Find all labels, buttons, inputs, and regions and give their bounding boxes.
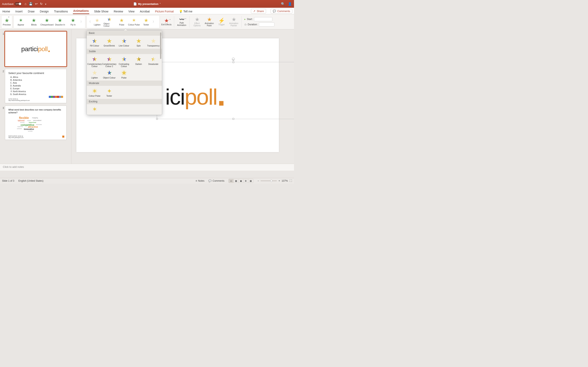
outline-view-icon[interactable]: ≣ <box>243 179 248 183</box>
effect-pulse[interactable]: ★Pulse <box>116 17 128 26</box>
slide2-footnote: VOTE NOW at:http://teammeeting.participo… <box>8 98 63 101</box>
star-icon: ★ <box>107 69 112 77</box>
zoom-in-icon[interactable]: + <box>278 179 280 182</box>
effect-grow-shrink[interactable]: ★Grow/Shrink <box>102 37 117 48</box>
account-icon[interactable]: 👤 <box>288 2 292 6</box>
gallery-prev-icon[interactable]: 〈 <box>88 20 91 24</box>
zoom-slider[interactable] <box>260 180 277 181</box>
participoll-logo-large: icipoll. <box>165 76 225 112</box>
slideshow-view-icon[interactable]: ▦ <box>248 179 253 183</box>
notes-toggle[interactable]: ≡Notes <box>196 179 204 182</box>
undo-icon[interactable]: ↩ <box>35 2 38 6</box>
effect-object-colour[interactable]: ★Object Colour <box>104 17 115 27</box>
effect-line-colour[interactable]: ★Line Colour <box>117 37 131 48</box>
slide2-title: Select your favourite continent <box>8 72 63 75</box>
title-chevron-icon[interactable]: ˅ <box>160 3 161 5</box>
notes-area[interactable]: Click to add notes <box>0 164 294 171</box>
effect-chequerboard[interactable]: ★Chequerboard <box>41 17 53 26</box>
redo-icon[interactable]: ↻ <box>40 2 43 6</box>
tab-review[interactable]: Review <box>113 8 123 14</box>
effect-dissolve-in[interactable]: ★Dissolve In <box>54 17 66 26</box>
qat-more-icon[interactable]: ▾ <box>45 3 46 5</box>
effect-colour-pulse[interactable]: ✶Colour Pulse <box>128 17 140 26</box>
selected-picture-box[interactable]: icipoll. <box>157 62 294 119</box>
tab-design[interactable]: Design <box>39 8 49 14</box>
effect-fly-in[interactable]: ★Fly In <box>67 17 79 26</box>
sorter-view-icon[interactable]: ▦ <box>233 179 238 183</box>
exit-effects-button[interactable]: ★▾ Exit Effects <box>161 18 172 26</box>
tab-animations[interactable]: Animations <box>73 8 89 14</box>
effect-colour-pulse[interactable]: ✶Colour Pulse <box>87 87 102 98</box>
effect-contrasting-colour[interactable]: ★Contrasting Colour <box>117 55 131 68</box>
document-title[interactable]: 📄 My presentation ˅ <box>133 2 161 6</box>
tab-picture-format[interactable]: Picture Format <box>155 8 174 14</box>
effect-complementary-colour-2[interactable]: ★Complementary Colour 2 <box>102 55 117 68</box>
effect-blinds[interactable]: ★Blinds <box>28 17 40 26</box>
start-input[interactable] <box>254 17 272 21</box>
home-icon[interactable]: ⌂ <box>25 2 26 6</box>
tab-view[interactable]: View <box>128 8 135 14</box>
tab-transitions[interactable]: Transitions <box>54 8 68 14</box>
effect-teeter[interactable]: ✦Teeter <box>102 87 117 98</box>
effect-lighten[interactable]: ★Lighten <box>87 69 102 80</box>
painter-star-icon: ★ <box>232 17 236 22</box>
slide-count[interactable]: Slide 1 of 3 <box>2 179 14 182</box>
star-icon: ★ <box>107 17 112 22</box>
preview-label: Preview <box>3 24 11 26</box>
effect-darken[interactable]: ★Darken <box>131 55 146 68</box>
effect-object-colour[interactable]: ★Object Colour <box>102 69 117 80</box>
slide-thumbnail-panel[interactable]: 1 participoll. 2 Select your favourite c… <box>0 29 71 164</box>
slide-thumbnail-2[interactable]: Select your favourite continent AfricaAn… <box>5 69 67 103</box>
effect-exciting-item[interactable]: ✶ <box>87 105 102 114</box>
effect-fill-colour[interactable]: ★Fill Colour <box>87 37 102 48</box>
fit-to-window-icon[interactable]: ⛶ <box>290 179 292 182</box>
duration-input[interactable] <box>259 22 274 26</box>
effect-teeter[interactable]: ★Teeter <box>140 17 152 26</box>
autosave-toggle[interactable]: AutoSave OFF <box>2 2 22 6</box>
search-icon[interactable]: 🔍 <box>281 2 285 6</box>
effect-spin[interactable]: ★Spin <box>131 37 146 48</box>
comments-toggle[interactable]: 💬Comments <box>208 179 224 182</box>
language-indicator[interactable]: English (United States) <box>18 179 43 182</box>
resize-handle-n[interactable] <box>233 61 234 63</box>
tell-me[interactable]: 💡Tell me <box>179 8 193 14</box>
effect-lighten[interactable]: ★Lighten <box>91 17 103 26</box>
path-animation-button[interactable]: 〰️▾ Path Animation <box>176 17 187 26</box>
dropdown-scrollbar[interactable] <box>160 33 161 59</box>
reading-view-icon[interactable]: ▣ <box>238 179 243 183</box>
slide-thumbnail-3[interactable]: What word best describes our new company… <box>5 106 67 140</box>
tab-acrobat[interactable]: Acrobat <box>139 8 150 14</box>
tab-insert[interactable]: Insert <box>15 8 23 14</box>
effect-transparency[interactable]: ★Transparency <box>146 37 161 48</box>
effect-complementary-colour[interactable]: ★Complementary Colour <box>87 55 102 68</box>
gallery-next-icon[interactable]: 〉 <box>153 20 155 24</box>
slide-thumbnail-1[interactable]: participoll. <box>5 31 67 67</box>
tab-slideshow[interactable]: Slide Show <box>94 8 109 14</box>
preview-button[interactable]: ★▾ Preview <box>1 15 12 28</box>
resize-handle-sw[interactable] <box>156 118 158 120</box>
zoom-percent[interactable]: 107% <box>282 179 288 182</box>
save-icon[interactable]: 💾 <box>29 2 33 6</box>
rotate-handle[interactable] <box>232 58 235 60</box>
chevron-down-icon[interactable]: ▾ <box>185 18 186 19</box>
tab-home[interactable]: Home <box>2 8 10 14</box>
emphasis-effects-dropdown[interactable]: Basic ★Fill Colour ★Grow/Shrink ★Line Co… <box>86 30 162 115</box>
zoom-out-icon[interactable]: − <box>258 179 259 182</box>
effect-desaturate[interactable]: ★Desaturate <box>146 55 161 68</box>
chevron-down-icon[interactable]: ▾ <box>8 16 9 18</box>
chevron-down-icon[interactable]: ▾ <box>170 19 171 20</box>
share-button[interactable]: ↗Share <box>251 9 266 13</box>
zoom-slider-knob[interactable] <box>270 180 272 182</box>
exit-star-icon: ★▾ <box>164 18 169 23</box>
effect-pulse[interactable]: ★Pulse <box>117 69 131 80</box>
slide3-footnote: PARTICIPATE NOW at:http://HR.participoll… <box>8 135 63 138</box>
resize-handle-s[interactable] <box>233 118 234 120</box>
star-icon: ✶ <box>19 17 23 23</box>
dropdown-section-moderate: Moderate <box>87 81 162 86</box>
animation-pane-button[interactable]: ★ Animation Pane <box>204 17 215 27</box>
normal-view-icon[interactable]: ▭ <box>229 179 233 183</box>
gallery-next-icon[interactable]: 〉 <box>80 20 83 24</box>
comments-button[interactable]: 💬Comments <box>270 9 292 13</box>
tab-draw[interactable]: Draw <box>27 8 35 14</box>
effect-appear[interactable]: ✶Appear <box>15 17 27 26</box>
